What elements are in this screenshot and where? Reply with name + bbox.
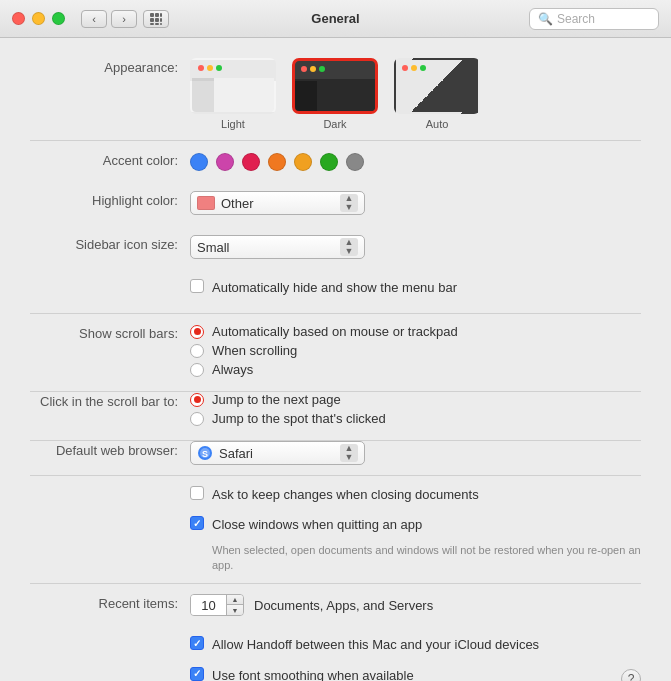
- default-browser-label: Default web browser:: [30, 441, 190, 458]
- dot-green-dark: [319, 66, 325, 72]
- stepper-down-button[interactable]: ▼: [227, 605, 243, 616]
- svg-rect-7: [155, 23, 159, 25]
- font-smoothing-checkmark-icon: ✓: [193, 668, 201, 679]
- grid-icon: [149, 12, 163, 26]
- recent-items-stepper[interactable]: 10 ▲ ▼: [190, 594, 244, 616]
- scroll-bars-row: Show scroll bars: Automatically based on…: [30, 324, 641, 392]
- recent-items-control: 10 ▲ ▼ Documents, Apps, and Servers: [190, 594, 641, 616]
- accent-green[interactable]: [320, 153, 338, 171]
- sidebar-icon-size-dropdown[interactable]: Small ▲ ▼: [190, 235, 365, 259]
- help-button[interactable]: ?: [621, 669, 641, 681]
- dot-green-auto: [420, 65, 426, 71]
- light-label: Light: [221, 118, 245, 130]
- scroll-always-row: Always: [190, 362, 253, 377]
- handoff-checkmark-icon: ✓: [193, 638, 201, 649]
- dot-yellow: [207, 65, 213, 71]
- appearance-control: Light Dark: [190, 58, 641, 130]
- font-smoothing-checkbox-row: ✓ Use font smoothing when available: [190, 667, 621, 681]
- nav-buttons: ‹ ›: [81, 10, 137, 28]
- default-browser-dropdown[interactable]: S Safari ▲ ▼: [190, 441, 365, 465]
- jump-page-row: Jump to the next page: [190, 392, 341, 407]
- back-button[interactable]: ‹: [81, 10, 107, 28]
- thumb-dots-light: [192, 60, 228, 76]
- highlight-color-row: Highlight color: Other ▲ ▼: [30, 191, 641, 225]
- accent-blue[interactable]: [190, 153, 208, 171]
- forward-button[interactable]: ›: [111, 10, 137, 28]
- handoff-label: Allow Handoff between this Mac and your …: [212, 636, 539, 654]
- scroll-scrolling-row: When scrolling: [190, 343, 297, 358]
- dot-red: [198, 65, 204, 71]
- main-content: Appearance: Light: [0, 38, 671, 681]
- grid-button[interactable]: [143, 10, 169, 28]
- scroll-always-radio[interactable]: [190, 363, 204, 377]
- dark-theme-thumb: [292, 58, 378, 114]
- close-button[interactable]: [12, 12, 25, 25]
- recent-items-suffix: Documents, Apps, and Servers: [254, 598, 433, 613]
- highlight-color-control: Other ▲ ▼: [190, 191, 641, 215]
- accent-graphite[interactable]: [346, 153, 364, 171]
- close-windows-label: Close windows when quitting an app: [212, 516, 422, 534]
- accent-orange[interactable]: [268, 153, 286, 171]
- stepper-up-button[interactable]: ▲: [227, 594, 243, 605]
- scroll-bars-label: Show scroll bars:: [30, 324, 190, 341]
- font-smoothing-label: Use font smoothing when available: [212, 667, 414, 681]
- highlight-dropdown-arrow: ▲ ▼: [340, 194, 358, 212]
- handoff-checkbox-row: ✓ Allow Handoff between this Mac and you…: [190, 636, 539, 654]
- default-browser-row: Default web browser: S Safari ▲ ▼: [30, 441, 641, 476]
- font-smoothing-checkbox[interactable]: ✓: [190, 667, 204, 681]
- svg-rect-4: [155, 18, 159, 22]
- dot-green: [216, 65, 222, 71]
- accent-purple[interactable]: [216, 153, 234, 171]
- scroll-auto-radio[interactable]: [190, 325, 204, 339]
- highlight-swatch: [197, 196, 215, 210]
- accent-yellow[interactable]: [294, 153, 312, 171]
- jump-spot-radio[interactable]: [190, 412, 204, 426]
- svg-text:S: S: [202, 449, 208, 459]
- default-browser-control: S Safari ▲ ▼: [190, 441, 641, 465]
- minimize-button[interactable]: [32, 12, 45, 25]
- sidebar-icon-size-row: Sidebar icon size: Small ▲ ▼: [30, 235, 641, 269]
- accent-color-label: Accent color:: [30, 151, 190, 168]
- sidebar-icon-size-control: Small ▲ ▼: [190, 235, 641, 259]
- recent-items-inline: 10 ▲ ▼ Documents, Apps, and Servers: [190, 594, 433, 616]
- chevron-down-small-icon: ▼: [345, 247, 354, 256]
- highlight-color-dropdown[interactable]: Other ▲ ▼: [190, 191, 365, 215]
- sidebar-icon-size-label: Sidebar icon size:: [30, 235, 190, 252]
- click-scroll-label: Click in the scroll bar to:: [30, 392, 190, 409]
- thumb-dots-dark: [295, 61, 331, 77]
- appearance-row: Appearance: Light: [30, 58, 641, 141]
- click-scroll-control: Jump to the next page Jump to the spot t…: [190, 392, 641, 430]
- ask-changes-checkbox[interactable]: [190, 486, 204, 500]
- titlebar: ‹ › General 🔍 Search: [0, 0, 671, 38]
- menubar-checkbox[interactable]: [190, 279, 204, 293]
- handoff-checkbox[interactable]: ✓: [190, 636, 204, 650]
- jump-page-label: Jump to the next page: [212, 392, 341, 407]
- jump-spot-label: Jump to the spot that's clicked: [212, 411, 386, 426]
- dot-yellow-auto: [411, 65, 417, 71]
- appearance-dark[interactable]: Dark: [292, 58, 378, 130]
- search-box[interactable]: 🔍 Search: [529, 8, 659, 30]
- close-windows-checkbox[interactable]: ✓: [190, 516, 204, 530]
- thumb-content-dark: [317, 79, 375, 111]
- browser-chevron-down-icon: ▼: [345, 453, 354, 462]
- safari-icon: S: [197, 445, 213, 461]
- traffic-lights: [12, 12, 65, 25]
- accent-red[interactable]: [242, 153, 260, 171]
- dark-label: Dark: [323, 118, 346, 130]
- appearance-label: Appearance:: [30, 58, 190, 75]
- maximize-button[interactable]: [52, 12, 65, 25]
- appearance-options: Light Dark: [190, 58, 480, 130]
- svg-rect-5: [160, 18, 162, 22]
- jump-page-radio[interactable]: [190, 393, 204, 407]
- scroll-scrolling-radio[interactable]: [190, 344, 204, 358]
- ask-changes-label: Ask to keep changes when closing documen…: [212, 486, 479, 504]
- close-windows-group: ✓ Close windows when quitting an app Whe…: [190, 516, 641, 573]
- menubar-checkbox-label: Automatically hide and show the menu bar: [212, 279, 457, 297]
- appearance-auto[interactable]: Auto: [394, 58, 480, 130]
- appearance-light[interactable]: Light: [190, 58, 276, 130]
- search-icon: 🔍: [538, 12, 553, 26]
- scroll-always-label: Always: [212, 362, 253, 377]
- radio-inner-auto: [194, 328, 201, 335]
- svg-rect-0: [150, 13, 154, 17]
- dot-red-dark: [301, 66, 307, 72]
